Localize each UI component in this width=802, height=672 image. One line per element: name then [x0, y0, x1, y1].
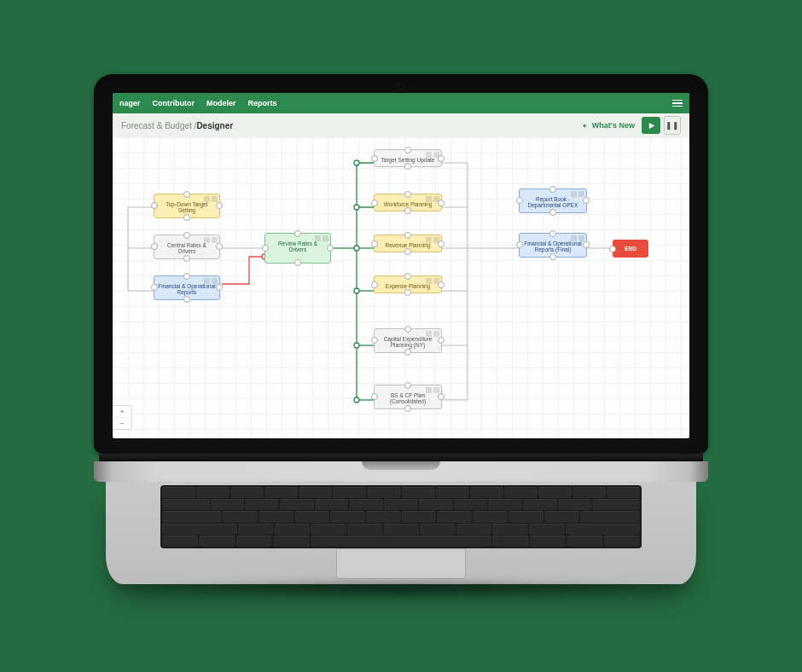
- whats-new-link[interactable]: What's New: [582, 121, 635, 130]
- node-report-book-opex[interactable]: Report Book - Departmental OPEX: [519, 188, 587, 213]
- node-final-reports[interactable]: Financial & Operational Reports (Final): [519, 233, 587, 258]
- node-label: END: [625, 246, 636, 252]
- node-label: BS & CF Plan (Consolidated): [390, 392, 426, 404]
- app-screen: nager Contributor Modeler Reports Foreca…: [113, 93, 689, 438]
- trackpad: [336, 548, 466, 579]
- keyboard: [160, 485, 642, 548]
- node-revenue-planning[interactable]: Revenue Planning: [374, 235, 442, 252]
- svg-point-13: [354, 246, 359, 251]
- svg-point-11: [354, 160, 359, 165]
- node-label: Target Setting Update: [381, 157, 435, 163]
- node-central-rates-drivers[interactable]: Central Rates & Drivers: [154, 235, 220, 259]
- node-label: Revenue Planning: [385, 242, 430, 248]
- node-label: Financial & Operational Reports (Final): [524, 240, 582, 252]
- megaphone-icon: [582, 122, 590, 130]
- svg-point-16: [354, 397, 359, 403]
- toolbar: Forecast & Budget / Designer What's New …: [113, 113, 689, 138]
- screen-bezel: nager Contributor Modeler Reports Foreca…: [94, 74, 708, 454]
- menu-icon[interactable]: [672, 100, 683, 107]
- node-label: Central Rates & Drivers: [167, 242, 206, 254]
- nav-tab-contributor[interactable]: Contributor: [153, 99, 195, 107]
- breadcrumb-prefix: Forecast & Budget /: [121, 121, 196, 130]
- node-capex-planning[interactable]: Capital Expenditure Planning (NY): [374, 328, 442, 353]
- play-button[interactable]: [642, 117, 660, 134]
- node-label: Workforce Planning: [384, 201, 433, 207]
- laptop-base-lip: [94, 461, 708, 482]
- node-workforce-planning[interactable]: Workforce Planning: [374, 194, 442, 211]
- top-nav: nager Contributor Modeler Reports: [113, 93, 689, 113]
- zoom-in-button[interactable]: +: [113, 406, 131, 418]
- pause-button[interactable]: ❚❚: [664, 116, 681, 135]
- laptop-hinge: [99, 454, 703, 461]
- nav-tab-manager[interactable]: nager: [119, 99, 141, 107]
- node-top-down-target-setting[interactable]: Top-Down Target Setting: [154, 194, 220, 218]
- svg-point-12: [354, 205, 359, 210]
- node-bs-cf-plan[interactable]: BS & CF Plan (Consolidated): [374, 385, 442, 409]
- svg-point-15: [354, 343, 359, 348]
- camera-dot: [398, 84, 404, 89]
- node-label: Report Book - Departmental OPEX: [528, 196, 578, 208]
- svg-point-14: [354, 288, 359, 293]
- designer-canvas[interactable]: Top-Down Target Setting Central Rates & …: [113, 137, 689, 438]
- breadcrumb-current: Designer: [196, 121, 233, 130]
- zoom-controls: + −: [113, 405, 132, 430]
- node-label: Expense Planning: [386, 283, 430, 289]
- node-review-rates-drivers[interactable]: Review Rates & Drivers: [264, 233, 331, 264]
- node-label: Capital Expenditure Planning (NY): [384, 336, 433, 348]
- laptop-mockup: nager Contributor Modeler Reports Foreca…: [94, 74, 708, 598]
- zoom-out-button[interactable]: −: [113, 418, 131, 429]
- thumb-notch: [362, 461, 440, 470]
- node-label: Financial & Operational Reports: [158, 283, 216, 295]
- node-label: Review Rates & Drivers: [278, 240, 317, 252]
- play-icon: [648, 122, 655, 130]
- node-target-setting-update[interactable]: Target Setting Update: [374, 149, 442, 167]
- floor-shadow: [137, 579, 665, 598]
- node-financial-operational-reports[interactable]: Financial & Operational Reports: [154, 275, 220, 300]
- node-end[interactable]: END: [613, 240, 648, 258]
- node-label: Top-Down Target Setting: [166, 201, 207, 213]
- laptop-keyboard-deck: [106, 482, 696, 584]
- nav-tab-modeler[interactable]: Modeler: [206, 99, 236, 107]
- nav-tab-reports[interactable]: Reports: [248, 99, 277, 107]
- node-expense-planning[interactable]: Expense Planning: [374, 275, 442, 293]
